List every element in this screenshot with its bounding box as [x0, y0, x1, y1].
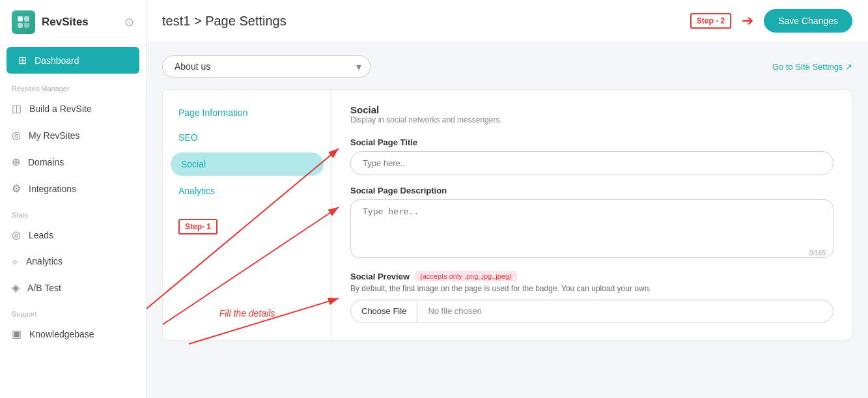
sidebar-item-dashboard[interactable]: ⊞ Dashboard: [7, 47, 139, 74]
svg-rect-3: [24, 23, 29, 28]
page-title: test1 > Page Settings: [162, 14, 287, 29]
step1-badge: Step- 1: [178, 219, 217, 235]
sidebar-section-support: Support: [0, 301, 146, 320]
knowledgebase-icon: ▣: [12, 328, 21, 340]
svg-rect-1: [24, 16, 29, 21]
file-input-row: Choose File No file chosen: [350, 300, 833, 322]
page-select-wrap[interactable]: About us Home Contact: [162, 55, 371, 78]
settings-sidebar: Page Information SEO Social Analytics St…: [163, 90, 332, 340]
settings-panel: Page Information SEO Social Analytics St…: [162, 89, 852, 341]
content-area: About us Home Contact Go to Site Setting…: [147, 42, 868, 398]
sidebar: RevSites ⊙ ⊞ Dashboard Revsites Manager …: [0, 0, 147, 398]
choose-file-button[interactable]: Choose File: [351, 300, 417, 322]
main-content: test1 > Page Settings Step - 2 ➔ Save Ch…: [147, 0, 868, 398]
sidebar-section-manager: Revsites Manager: [0, 76, 146, 95]
sidebar-label-integrations: Integrations: [29, 184, 76, 194]
save-changes-button[interactable]: Save Changes: [764, 9, 852, 33]
step1-area: Step- 1: [163, 203, 331, 307]
top-bar-right: Step - 2 ➔ Save Changes: [690, 9, 852, 33]
social-subtitle: Display in social networks and messenger…: [350, 115, 833, 124]
sidebar-label-leads: Leads: [29, 230, 53, 240]
svg-rect-2: [18, 23, 23, 28]
preview-desc: By default, the first image on the page …: [350, 284, 833, 293]
page-dropdown[interactable]: About us Home Contact: [162, 55, 371, 78]
file-name-display: No file chosen: [417, 300, 492, 322]
social-preview-text: Social Preview: [350, 272, 410, 281]
fill-details-text: Fill the details: [219, 308, 275, 319]
myrevsites-icon: ◎: [12, 129, 21, 141]
tab-analytics[interactable]: Analytics: [163, 178, 331, 203]
sidebar-logo: RevSites ⊙: [0, 0, 146, 45]
char-count: 0/165: [809, 249, 826, 257]
logo-icon: [12, 10, 35, 34]
sidebar-label-dashboard: Dashboard: [35, 55, 79, 66]
site-settings-link[interactable]: Go to Site Settings: [772, 62, 852, 72]
sidebar-item-abtest[interactable]: ◈ A/B Test: [0, 274, 146, 301]
target-icon[interactable]: ⊙: [124, 15, 134, 29]
logo-text: RevSites: [42, 16, 89, 29]
top-bar: test1 > Page Settings Step - 2 ➔ Save Ch…: [147, 0, 868, 42]
sidebar-item-myrevsites[interactable]: ◎ My RevSites: [0, 122, 146, 149]
sidebar-item-analytics[interactable]: ⬦ Analytics: [0, 248, 146, 274]
sidebar-label-knowledgebase: Knowledgebase: [29, 329, 94, 339]
page-desc-label: Social Page Description: [350, 186, 833, 195]
sidebar-label-domains: Domains: [28, 157, 64, 167]
tab-seo[interactable]: SEO: [163, 125, 331, 150]
social-preview-label: Social Preview (accepts only .png,.jpg,.…: [350, 271, 833, 281]
integrations-icon: ⚙: [12, 182, 21, 195]
dropdown-bar: About us Home Contact Go to Site Setting…: [162, 55, 852, 78]
build-icon: ◫: [12, 102, 21, 115]
sidebar-label-abtest: A/B Test: [27, 283, 61, 293]
step2-badge: Step - 2: [690, 13, 731, 29]
domains-icon: ⊕: [12, 156, 20, 168]
sidebar-item-leads[interactable]: ◎ Leads: [0, 221, 146, 248]
arrow-right-icon: ➔: [742, 12, 753, 29]
tab-social[interactable]: Social: [171, 152, 324, 176]
accepts-badge: (accepts only .png,.jpg,.jpeg): [415, 271, 517, 281]
sidebar-item-integrations[interactable]: ⚙ Integrations: [0, 175, 146, 202]
textarea-wrap: 0/165: [350, 199, 833, 261]
abtest-icon: ◈: [12, 281, 20, 294]
social-page-title-input[interactable]: [350, 151, 833, 175]
sidebar-section-stats: Stats: [0, 202, 146, 221]
social-title: Social: [350, 104, 833, 115]
sidebar-item-knowledgebase[interactable]: ▣ Knowledgebase: [0, 320, 146, 347]
page-title-label: Social Page Title: [350, 137, 833, 147]
sidebar-item-build[interactable]: ◫ Build a RevSite: [0, 95, 146, 122]
sidebar-label-analytics: Analytics: [26, 256, 63, 266]
social-header: Social Display in social networks and me…: [350, 104, 833, 124]
sidebar-label-myrevsites: My RevSites: [29, 130, 80, 141]
social-page-desc-textarea[interactable]: [350, 199, 833, 258]
svg-rect-0: [18, 16, 23, 21]
tab-page-information[interactable]: Page Information: [163, 100, 331, 125]
leads-icon: ◎: [12, 229, 21, 241]
sidebar-label-build: Build a RevSite: [29, 104, 92, 114]
analytics-icon: ⬦: [12, 255, 18, 267]
sidebar-item-domains[interactable]: ⊕ Domains: [0, 149, 146, 175]
dashboard-icon: ⊞: [18, 54, 27, 66]
settings-main: Social Display in social networks and me…: [332, 90, 852, 340]
